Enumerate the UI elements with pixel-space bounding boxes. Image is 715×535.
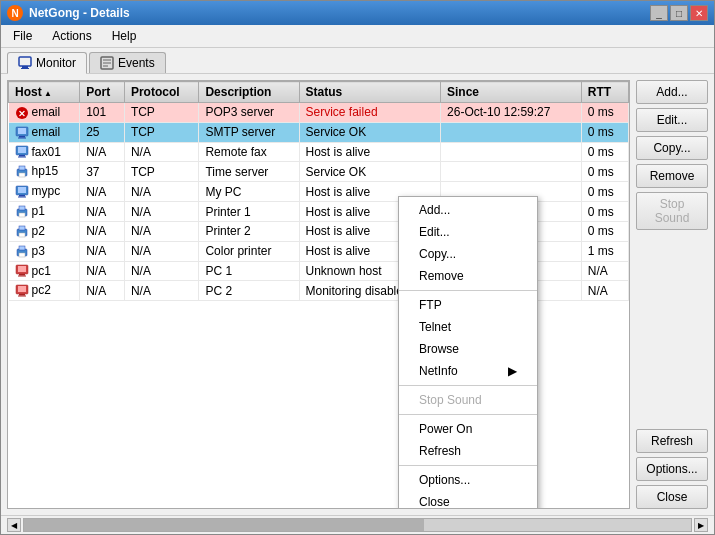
scroll-thumb[interactable] [24, 519, 424, 531]
cell-port: N/A [80, 142, 125, 162]
cell-host: email [9, 122, 80, 142]
context-menu-item-ctx-edit[interactable]: Edit... [399, 221, 537, 243]
title-bar: N NetGong - Details _ □ ✕ [1, 1, 714, 25]
scroll-left-button[interactable]: ◀ [7, 518, 21, 532]
table-row[interactable]: email25TCPSMTP serverService OK0 ms [9, 122, 629, 142]
svg-rect-36 [18, 276, 26, 277]
tab-events-label: Events [118, 56, 155, 70]
minimize-button[interactable]: _ [650, 5, 668, 21]
svg-rect-19 [19, 173, 25, 177]
cell-protocol: N/A [124, 202, 199, 222]
cell-port: N/A [80, 202, 125, 222]
table-row[interactable]: fax01N/AN/ARemote faxHost is alive0 ms [9, 142, 629, 162]
col-description[interactable]: Description [199, 82, 299, 103]
context-menu-item-ctx-refresh[interactable]: Refresh [399, 440, 537, 462]
events-icon [100, 56, 114, 70]
options-button[interactable]: Options... [636, 457, 708, 481]
context-menu-item-ctx-power-on[interactable]: Power On [399, 418, 537, 440]
cell-host: mypc [9, 182, 80, 202]
scroll-track[interactable] [23, 518, 692, 532]
svg-rect-26 [19, 213, 25, 217]
tab-bar: Monitor Events [1, 48, 714, 74]
cell-since [441, 142, 582, 162]
svg-rect-18 [19, 166, 25, 170]
svg-rect-35 [19, 274, 25, 276]
context-menu-item-ctx-telnet[interactable]: Telnet [399, 316, 537, 338]
cell-rtt: 0 ms [581, 103, 628, 123]
table-row[interactable]: hp1537TCPTime serverService OK0 ms [9, 162, 629, 182]
cell-rtt: 0 ms [581, 221, 628, 241]
col-rtt[interactable]: RTT [581, 82, 628, 103]
context-menu-item-ctx-remove[interactable]: Remove [399, 265, 537, 287]
cell-host: pc2 [9, 281, 80, 301]
table-row[interactable]: ✕email101TCPPOP3 serverService failed26-… [9, 103, 629, 123]
cell-description: My PC [199, 182, 299, 202]
close-window-button[interactable]: ✕ [690, 5, 708, 21]
cell-rtt: N/A [581, 281, 628, 301]
svg-rect-31 [19, 246, 25, 250]
cell-rtt: 0 ms [581, 142, 628, 162]
svg-rect-1 [22, 66, 28, 68]
col-host[interactable]: Host [9, 82, 80, 103]
edit-button[interactable]: Edit... [636, 108, 708, 132]
cell-rtt: 0 ms [581, 122, 628, 142]
context-menu-item-ctx-copy[interactable]: Copy... [399, 243, 537, 265]
tab-events[interactable]: Events [89, 52, 166, 73]
context-menu-item-ctx-close[interactable]: Close [399, 491, 537, 509]
cell-host: p2 [9, 221, 80, 241]
menu-bar: File Actions Help [1, 25, 714, 48]
cell-status: Host is alive [299, 142, 441, 162]
close-button[interactable]: Close [636, 485, 708, 509]
cell-description: PC 1 [199, 261, 299, 281]
svg-rect-40 [18, 296, 26, 297]
svg-rect-34 [18, 266, 26, 272]
add-button[interactable]: Add... [636, 80, 708, 104]
context-menu-item-ctx-ftp[interactable]: FTP [399, 294, 537, 316]
cell-description: Printer 2 [199, 221, 299, 241]
col-since[interactable]: Since [441, 82, 582, 103]
col-port[interactable]: Port [80, 82, 125, 103]
cell-host: p1 [9, 202, 80, 222]
cell-port: 25 [80, 122, 125, 142]
svg-rect-2 [21, 68, 29, 69]
cell-description: Remote fax [199, 142, 299, 162]
svg-rect-25 [19, 206, 25, 210]
context-menu-separator [399, 290, 537, 291]
context-menu-item-ctx-netinfo[interactable]: NetInfo [399, 360, 537, 382]
context-menu-item-ctx-browse[interactable]: Browse [399, 338, 537, 360]
context-menu-item-ctx-options[interactable]: Options... [399, 469, 537, 491]
context-menu-item-ctx-add[interactable]: Add... [399, 199, 537, 221]
cell-protocol: TCP [124, 122, 199, 142]
menu-help[interactable]: Help [104, 27, 145, 45]
menu-file[interactable]: File [5, 27, 40, 45]
context-menu: Add...Edit...Copy...RemoveFTPTelnetBrows… [398, 196, 538, 509]
tab-monitor[interactable]: Monitor [7, 52, 87, 74]
cell-protocol: N/A [124, 281, 199, 301]
svg-rect-12 [18, 137, 26, 138]
remove-button[interactable]: Remove [636, 164, 708, 188]
svg-rect-28 [19, 226, 25, 230]
stop-sound-button[interactable]: Stop Sound [636, 192, 708, 230]
col-protocol[interactable]: Protocol [124, 82, 199, 103]
cell-port: N/A [80, 281, 125, 301]
cell-rtt: 0 ms [581, 182, 628, 202]
menu-actions[interactable]: Actions [44, 27, 99, 45]
context-menu-separator [399, 414, 537, 415]
svg-rect-10 [18, 128, 26, 134]
copy-button[interactable]: Copy... [636, 136, 708, 160]
col-status[interactable]: Status [299, 82, 441, 103]
maximize-button[interactable]: □ [670, 5, 688, 21]
svg-rect-14 [18, 147, 26, 153]
cell-rtt: N/A [581, 261, 628, 281]
scroll-right-button[interactable]: ▶ [694, 518, 708, 532]
side-buttons-panel: Add... Edit... Copy... Remove Stop Sound… [636, 80, 708, 509]
cell-port: 101 [80, 103, 125, 123]
tab-monitor-label: Monitor [36, 56, 76, 70]
context-menu-separator [399, 465, 537, 466]
svg-text:✕: ✕ [18, 108, 26, 118]
cell-protocol: N/A [124, 261, 199, 281]
refresh-button[interactable]: Refresh [636, 429, 708, 453]
svg-rect-32 [19, 253, 25, 257]
main-table-container[interactable]: Host Port Protocol Description Status Si… [7, 80, 630, 509]
horizontal-scrollbar[interactable]: ◀ ▶ [7, 518, 708, 532]
